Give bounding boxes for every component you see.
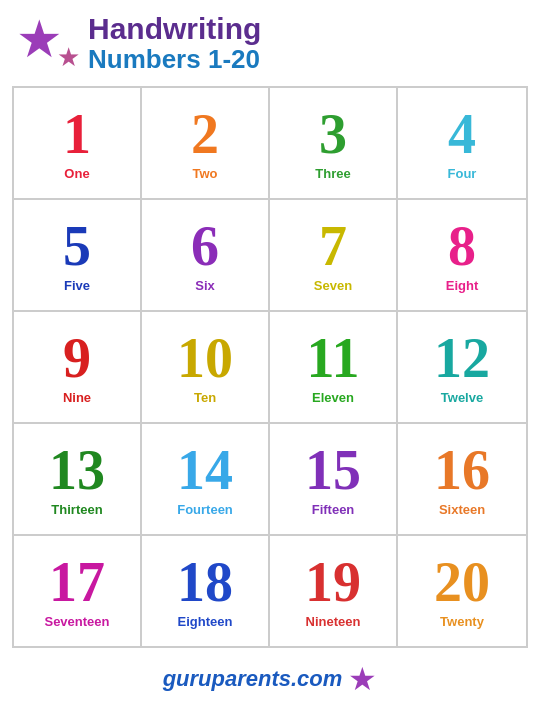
- number-display: 8: [448, 218, 476, 274]
- number-label: Four: [448, 166, 477, 181]
- number-cell: 16Sixteen: [398, 424, 526, 534]
- number-cell: 1One: [14, 88, 142, 198]
- title-line2: Numbers 1-20: [88, 45, 261, 74]
- footer-text: guruparents.com: [163, 666, 343, 692]
- number-display: 1: [63, 106, 91, 162]
- number-label: Three: [315, 166, 350, 181]
- number-cell: 15Fifteen: [270, 424, 398, 534]
- number-cell: 10Ten: [142, 312, 270, 422]
- number-display: 7: [319, 218, 347, 274]
- number-label: One: [64, 166, 89, 181]
- title-line1: Handwriting: [88, 12, 261, 45]
- number-label: Fifteen: [312, 502, 355, 517]
- number-cell: 3Three: [270, 88, 398, 198]
- number-display: 3: [319, 106, 347, 162]
- grid-row: 5Five6Six7Seven8Eight: [14, 200, 526, 312]
- number-display: 14: [177, 442, 233, 498]
- number-display: 16: [434, 442, 490, 498]
- number-label: Thirteen: [51, 502, 102, 517]
- number-label: Six: [195, 278, 215, 293]
- number-cell: 20Twenty: [398, 536, 526, 646]
- number-label: Twelve: [441, 390, 483, 405]
- number-display: 12: [434, 330, 490, 386]
- number-label: Two: [192, 166, 217, 181]
- number-cell: 4Four: [398, 88, 526, 198]
- number-display: 18: [177, 554, 233, 610]
- number-display: 20: [434, 554, 490, 610]
- number-display: 13: [49, 442, 105, 498]
- number-label: Eight: [446, 278, 479, 293]
- number-cell: 7Seven: [270, 200, 398, 310]
- number-cell: 13Thirteen: [14, 424, 142, 534]
- number-display: 17: [49, 554, 105, 610]
- grid-row: 9Nine10Ten11Eleven12Twelve: [14, 312, 526, 424]
- number-label: Ten: [194, 390, 216, 405]
- number-label: Nine: [63, 390, 91, 405]
- number-cell: 12Twelve: [398, 312, 526, 422]
- star-icon: ★ ★: [16, 13, 76, 73]
- number-cell: 8Eight: [398, 200, 526, 310]
- number-cell: 17Seventeen: [14, 536, 142, 646]
- star-big-icon: ★: [16, 13, 63, 65]
- number-display: 9: [63, 330, 91, 386]
- number-label: Seventeen: [44, 614, 109, 629]
- header: ★ ★ Handwriting Numbers 1-20: [0, 0, 540, 82]
- grid-row: 17Seventeen18Eighteen19Nineteen20Twenty: [14, 536, 526, 646]
- grid-row: 1One2Two3Three4Four: [14, 88, 526, 200]
- number-label: Five: [64, 278, 90, 293]
- number-cell: 2Two: [142, 88, 270, 198]
- number-label: Seven: [314, 278, 352, 293]
- number-display: 6: [191, 218, 219, 274]
- number-display: 10: [177, 330, 233, 386]
- number-label: Sixteen: [439, 502, 485, 517]
- number-cell: 6Six: [142, 200, 270, 310]
- number-display: 4: [448, 106, 476, 162]
- number-display: 5: [63, 218, 91, 274]
- header-text: Handwriting Numbers 1-20: [88, 12, 261, 74]
- number-label: Eleven: [312, 390, 354, 405]
- grid-row: 13Thirteen14Fourteen15Fifteen16Sixteen: [14, 424, 526, 536]
- number-label: Twenty: [440, 614, 484, 629]
- star-small-icon: ★: [57, 42, 80, 73]
- number-display: 11: [307, 330, 360, 386]
- number-display: 19: [305, 554, 361, 610]
- number-cell: 5Five: [14, 200, 142, 310]
- footer: guruparents.com ★: [0, 656, 540, 704]
- number-label: Nineteen: [306, 614, 361, 629]
- number-display: 15: [305, 442, 361, 498]
- footer-star-icon: ★: [348, 660, 377, 698]
- number-cell: 19Nineteen: [270, 536, 398, 646]
- number-cell: 11Eleven: [270, 312, 398, 422]
- number-label: Eighteen: [178, 614, 233, 629]
- number-cell: 18Eighteen: [142, 536, 270, 646]
- number-cell: 14Fourteen: [142, 424, 270, 534]
- number-grid: 1One2Two3Three4Four5Five6Six7Seven8Eight…: [12, 86, 528, 648]
- number-display: 2: [191, 106, 219, 162]
- number-label: Fourteen: [177, 502, 233, 517]
- number-cell: 9Nine: [14, 312, 142, 422]
